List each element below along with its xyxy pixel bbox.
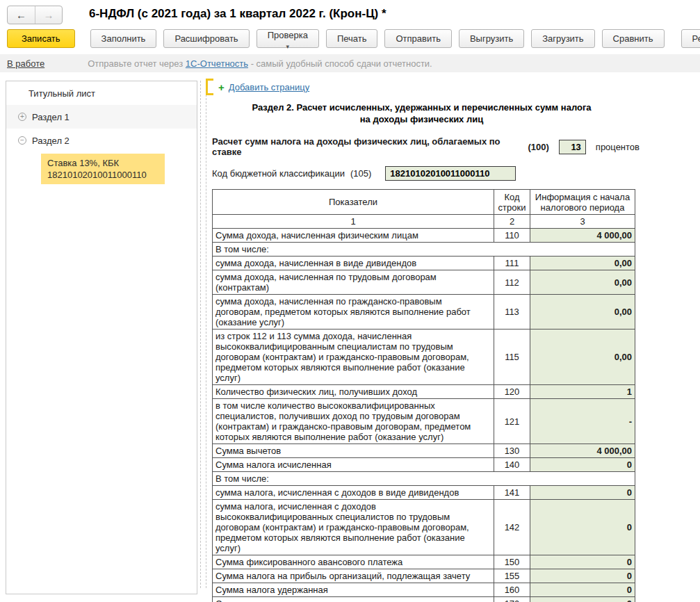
forward-arrow-icon: → (44, 9, 54, 21)
table-row: сумма дохода, начисленная по трудовым до… (213, 270, 635, 295)
panel-splitter[interactable] (200, 81, 206, 588)
table-row: Количество физических лиц, получивших до… (213, 385, 635, 399)
row-value-field[interactable]: - (530, 399, 635, 444)
forward-button[interactable]: → (35, 6, 62, 24)
dropdown-arrow-icon: ▾ (286, 43, 289, 50)
save-button[interactable]: Записать (7, 29, 75, 48)
row-code-cell: 113 (494, 295, 530, 330)
table-row: Сумма вычетов1304 000,00 (213, 444, 635, 458)
sidebar-item-section-1[interactable]: Раздел 1 (6, 105, 197, 129)
page-title: 6-НДФЛ (с 2021 года) за 1 квартал 2022 г… (89, 7, 386, 21)
column-number: 3 (530, 215, 635, 229)
kbk-field[interactable]: 18210102010011000110 (385, 166, 516, 181)
row-label-cell: сумма дохода, начисленная в виде дивиден… (213, 257, 494, 270)
collapse-icon[interactable] (18, 136, 26, 145)
row-value-field[interactable]: 4 000,00 (530, 444, 635, 458)
section-title-line2: на доходы физических лиц (209, 113, 635, 125)
row-label-cell: Количество физических лиц, получивших до… (213, 385, 494, 399)
row-code-cell: 150 (494, 555, 530, 569)
row-code-cell: 120 (494, 385, 530, 399)
row-value-field[interactable]: 0,00 (530, 257, 635, 270)
table-row: Сумма дохода, начисленная физическим лиц… (213, 229, 635, 243)
table-row: Сумма фиксированного авансового платежа1… (213, 555, 635, 569)
group-label-cell: В том числе: (213, 472, 635, 486)
row-value-field[interactable]: 0 (530, 597, 635, 602)
toolbar: Записать ЗаполнитьРасшифроватьПроверка ▾… (0, 29, 700, 53)
row-value-field[interactable]: 0,00 (530, 270, 635, 295)
row-value-field[interactable]: 0 (530, 486, 635, 500)
header-indicators: Показатели (213, 190, 494, 215)
row-code-cell: 111 (494, 257, 530, 270)
load-button[interactable]: Загрузить (531, 29, 594, 48)
row-value-field[interactable]: 0 (530, 500, 635, 555)
table-row: сумма дохода, начисленная по гражданско-… (213, 295, 635, 330)
table-row: Сумма налога, не удержанная налоговым аг… (213, 597, 635, 602)
row-value-field[interactable]: 0 (530, 583, 635, 597)
row-value-field[interactable]: 0 (530, 458, 635, 472)
kbk-row: Код бюджетной классификации (105) 182101… (212, 166, 640, 181)
check-button[interactable]: Проверка ▾ (257, 29, 319, 48)
table-row: сумма дохода, начисленная в виде дивиден… (213, 257, 635, 270)
tax-rate-label: Расчет сумм налога на доходы физических … (212, 136, 522, 157)
sidebar-item-section-2[interactable]: Раздел 2 (6, 129, 197, 152)
send-button[interactable]: Отправить (384, 29, 451, 48)
fill-button[interactable]: Заполнить (90, 29, 157, 48)
compare-button[interactable]: Сравнить (602, 29, 665, 48)
registry-button[interactable]: Реестр (681, 29, 700, 48)
promo-prefix: Отправьте отчет через (88, 58, 186, 69)
row-value-field[interactable]: 0 (530, 555, 635, 569)
tax-rate-row: Расчет сумм налога на доходы физических … (212, 136, 640, 157)
row-value-field[interactable]: 4 000,00 (530, 229, 635, 243)
table-row: Сумма налога исчисленная1400 (213, 458, 635, 472)
status-bar: В работе Отправьте отчет через 1С-Отчетн… (0, 54, 700, 72)
selected-page-chip[interactable]: Ставка 13%, КБК 18210102010011000110 (41, 154, 165, 184)
sidebar-item-title-page[interactable]: Титульный лист (6, 81, 197, 105)
table-row: В том числе: (213, 472, 635, 486)
1c-reporting-link[interactable]: 1С-Отчетность (186, 58, 248, 69)
navigation-buttons: ← → (7, 6, 63, 24)
row-code-cell: 160 (494, 583, 530, 597)
tax-rate-field[interactable]: 13 (559, 140, 586, 154)
tree-item-label: Раздел 2 (32, 136, 70, 146)
kbk-line-code: (105) (350, 168, 371, 179)
row-label-cell: в том числе количество высококвалифициро… (213, 399, 494, 444)
unload-button[interactable]: Выгрузить (459, 29, 524, 48)
sidebar-item-rate-13-kbk[interactable]: Ставка 13%, КБК 18210102010011000110 (6, 152, 197, 190)
header-line-code: Код строки (494, 190, 530, 215)
row-code-cell: 115 (494, 330, 530, 385)
kbk-label: Код бюджетной классификации (212, 168, 345, 179)
row-code-cell: 112 (494, 270, 530, 295)
row-value-field[interactable]: 0,00 (530, 330, 635, 385)
row-label-cell: Сумма фиксированного авансового платежа (213, 555, 494, 569)
row-label-cell: Сумма налога, не удержанная налоговым аг… (213, 597, 494, 602)
report-state-link[interactable]: В работе (7, 58, 44, 69)
report-table: Показатели Код строки Информация с начал… (212, 189, 635, 602)
table-row: сумма налога, исчисленная с доходов в ви… (213, 486, 635, 500)
tree-item-label: Титульный лист (29, 88, 95, 99)
table-row: Сумма налога на прибыль организаций, под… (213, 569, 635, 583)
row-label-cell: Сумма налога исчисленная (213, 458, 494, 472)
row-value-field[interactable]: 0,00 (530, 295, 635, 330)
group-label-cell: В том числе: (213, 243, 635, 257)
back-arrow-icon: ← (16, 9, 26, 21)
row-code-cell: 110 (494, 229, 530, 243)
row-code-cell: 140 (494, 458, 530, 472)
add-icon: + (218, 81, 225, 93)
row-code-cell: 130 (494, 444, 530, 458)
expand-icon[interactable] (18, 113, 26, 121)
back-button[interactable]: ← (8, 6, 35, 24)
table-row: из строк 112 и 113 сумма дохода, начисле… (213, 330, 635, 385)
decipher-button[interactable]: Расшифровать (163, 29, 249, 48)
promo-text: Отправьте отчет через 1С-Отчетность - са… (88, 58, 432, 69)
tax-rate-suffix: процентов (596, 142, 640, 152)
row-label-cell: Сумма налога удержанная (213, 583, 494, 597)
row-label-cell: из строк 112 и 113 сумма дохода, начисле… (213, 330, 494, 385)
row-label-cell: Сумма налога на прибыль организаций, под… (213, 569, 494, 583)
row-label-cell: сумма дохода, начисленная по гражданско-… (213, 295, 494, 330)
add-page-link[interactable]: Добавить страницу (229, 82, 309, 92)
row-value-field[interactable]: 0 (530, 569, 635, 583)
print-button[interactable]: Печать (326, 29, 378, 48)
column-number: 1 (213, 215, 494, 229)
row-value-field[interactable]: 1 (530, 385, 635, 399)
column-number-row: 1 2 3 (213, 215, 635, 229)
